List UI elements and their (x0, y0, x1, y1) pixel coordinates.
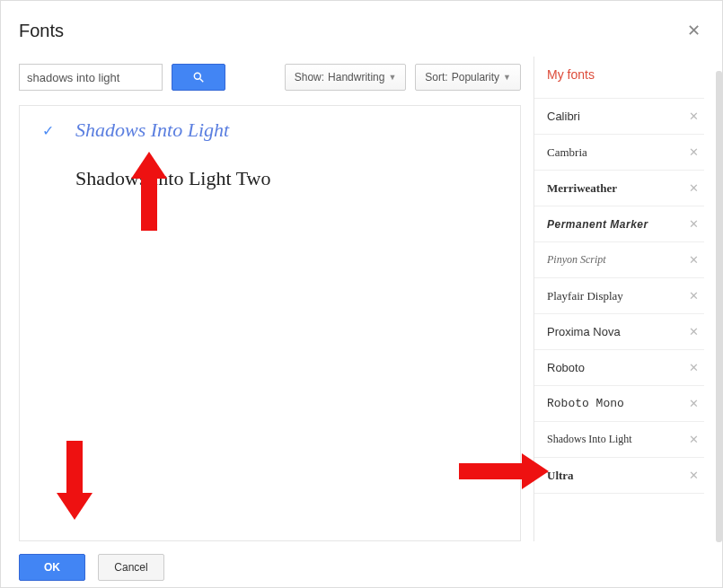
my-font-label: Permanent Marker (547, 218, 648, 231)
sort-filter-prefix: Sort: (425, 71, 447, 83)
my-font-label: Pinyon Script (547, 253, 606, 267)
my-font-item[interactable]: Permanent Marker✕ (534, 206, 704, 242)
my-font-label: Ultra (547, 469, 574, 483)
close-icon[interactable]: ✕ (683, 17, 704, 44)
sort-filter-dropdown[interactable]: Sort: Popularity ▼ (415, 64, 521, 91)
font-sample-label: Shadows Into Light (75, 118, 229, 142)
my-font-item[interactable]: Shadows Into Light✕ (534, 422, 704, 458)
font-result-row[interactable]: ✓ Shadows Into Light (20, 106, 520, 154)
my-font-label: Proxima Nova (547, 325, 621, 338)
results-list: ✓ Shadows Into Light ✓ Shadows Into Ligh… (19, 105, 521, 541)
my-font-label: Cambria (547, 145, 587, 160)
left-pane: Show: Handwriting ▼ Sort: Popularity ▼ ✓… (19, 57, 521, 541)
my-font-label: Shadows Into Light (547, 433, 632, 446)
search-input[interactable] (19, 64, 163, 91)
remove-icon[interactable]: ✕ (689, 433, 699, 446)
dialog-body: Show: Handwriting ▼ Sort: Popularity ▼ ✓… (1, 57, 722, 541)
my-fonts-list[interactable]: Calibri✕ Cambria✕ Merriweather✕ Permanen… (534, 98, 704, 541)
remove-icon[interactable]: ✕ (689, 217, 699, 231)
show-filter-value: Handwriting (328, 71, 384, 83)
my-fonts-title: My fonts (534, 57, 704, 98)
my-font-label: Merriweather (547, 181, 617, 196)
my-font-item[interactable]: Merriweather✕ (534, 171, 704, 206)
remove-icon[interactable]: ✕ (689, 145, 699, 159)
remove-icon[interactable]: ✕ (689, 253, 699, 267)
my-font-label: Calibri (547, 110, 580, 123)
svg-line-1 (200, 79, 204, 83)
remove-icon[interactable]: ✕ (689, 181, 699, 195)
cancel-button[interactable]: Cancel (98, 554, 164, 581)
right-pane: My fonts Calibri✕ Cambria✕ Merriweather✕… (533, 57, 704, 541)
check-icon: ✓ (38, 171, 57, 188)
chevron-down-icon: ▼ (503, 73, 511, 82)
sort-filter-value: Popularity (452, 71, 499, 83)
remove-icon[interactable]: ✕ (689, 289, 699, 303)
my-font-item[interactable]: Playfair Display✕ (534, 278, 704, 314)
show-filter-dropdown[interactable]: Show: Handwriting ▼ (285, 64, 407, 91)
font-sample-label: Shadows Into Light Two (75, 167, 270, 190)
ok-button[interactable]: OK (19, 554, 85, 581)
my-font-item[interactable]: Ultra✕ (534, 458, 704, 494)
search-button[interactable] (172, 64, 225, 91)
show-filter-prefix: Show: (295, 71, 324, 83)
remove-icon[interactable]: ✕ (689, 325, 699, 338)
my-font-item[interactable]: Cambria✕ (534, 135, 704, 171)
remove-icon[interactable]: ✕ (689, 361, 699, 374)
dialog-title: Fonts (19, 21, 64, 41)
scrollbar[interactable] (716, 71, 722, 542)
my-font-item[interactable]: Roboto✕ (534, 350, 704, 386)
dialog-header: Fonts ✕ (1, 1, 722, 57)
my-font-label: Playfair Display (547, 289, 623, 303)
search-icon (192, 71, 205, 83)
dialog-footer: OK Cancel (1, 541, 722, 588)
controls-row: Show: Handwriting ▼ Sort: Popularity ▼ (19, 57, 521, 105)
remove-icon[interactable]: ✕ (689, 397, 699, 410)
my-font-item[interactable]: Pinyon Script✕ (534, 242, 704, 278)
check-icon: ✓ (38, 122, 57, 139)
my-font-label: Roboto (547, 361, 585, 374)
my-font-item[interactable]: Roboto Mono✕ (534, 386, 704, 422)
font-result-row[interactable]: ✓ Shadows Into Light Two (20, 154, 520, 203)
svg-point-0 (194, 73, 200, 79)
remove-icon[interactable]: ✕ (689, 110, 699, 123)
fonts-dialog: Fonts ✕ Show: Handwriting ▼ Sort: P (0, 0, 723, 588)
my-font-item[interactable]: Calibri✕ (534, 99, 704, 135)
chevron-down-icon: ▼ (388, 73, 396, 82)
remove-icon[interactable]: ✕ (689, 469, 699, 482)
my-font-label: Roboto Mono (547, 397, 624, 410)
my-font-item[interactable]: Proxima Nova✕ (534, 314, 704, 350)
